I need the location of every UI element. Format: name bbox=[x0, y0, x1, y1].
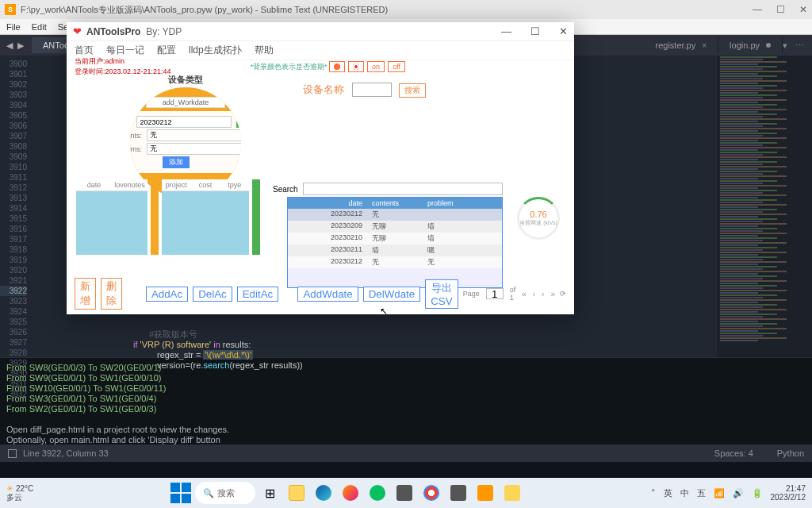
table-row[interactable]: 20230210无聊墙 bbox=[288, 233, 502, 244]
info-bar: 当前用户:admin 登录时间:2023.02.12-21:21:44 *背景颜… bbox=[67, 60, 574, 73]
ime-wu[interactable]: 五 bbox=[697, 487, 706, 499]
app2-icon[interactable] bbox=[446, 480, 471, 506]
menu-lldp[interactable]: lldp生成拓扑 bbox=[189, 44, 242, 57]
app-max-button[interactable]: ☐ bbox=[530, 25, 540, 37]
sun-icon: ☀ bbox=[6, 484, 13, 493]
close-button[interactable]: ✕ bbox=[799, 4, 807, 15]
addac-button[interactable]: AddAc bbox=[146, 287, 188, 302]
app-icon[interactable] bbox=[392, 480, 417, 506]
explorer-icon[interactable] bbox=[284, 480, 309, 506]
next-page-icon[interactable]: › bbox=[542, 290, 544, 298]
problems-input[interactable] bbox=[147, 143, 241, 155]
modified-dot-icon bbox=[766, 43, 771, 48]
more-icon[interactable]: ⋯ bbox=[795, 40, 804, 51]
cursor-position: Line 3922, Column 33 bbox=[23, 448, 109, 458]
minimap[interactable] bbox=[717, 56, 812, 357]
delac-button[interactable]: DelAc bbox=[193, 287, 232, 302]
weather-widget[interactable]: ☀22°C 多云 bbox=[6, 484, 43, 502]
table-row[interactable]: 20230212无 bbox=[288, 209, 502, 221]
nav-fwd-icon[interactable]: ▶ bbox=[17, 40, 24, 51]
menu-config[interactable]: 配置 bbox=[157, 44, 176, 57]
toggle-off[interactable]: off bbox=[388, 61, 405, 72]
clock[interactable]: 21:472023/2/12 bbox=[771, 484, 806, 502]
del-button[interactable]: 删除 bbox=[101, 278, 122, 310]
prev-page-icon[interactable]: ‹ bbox=[533, 290, 535, 298]
menu-home[interactable]: 首页 bbox=[75, 44, 94, 57]
last-page-icon[interactable]: » bbox=[550, 290, 555, 298]
contents-input[interactable] bbox=[147, 129, 241, 141]
statusbar: Line 3922, Column 33 Spaces: 4 Python bbox=[0, 444, 812, 462]
syntax-setting[interactable]: Python bbox=[777, 448, 804, 458]
color-dot-2[interactable] bbox=[348, 61, 364, 72]
refresh-icon[interactable]: ⟳ bbox=[560, 290, 566, 298]
start-button[interactable] bbox=[168, 480, 193, 506]
form-header: add_Workdate bbox=[146, 97, 225, 108]
sublime-icon: S bbox=[5, 4, 16, 15]
scrollbar-1[interactable] bbox=[151, 179, 159, 255]
sublime-title-text: F:\py_work\ANTools专业版源码\ANTools_pro.pyw … bbox=[21, 4, 388, 16]
times-input[interactable] bbox=[136, 116, 232, 128]
max-button[interactable]: ☐ bbox=[776, 4, 785, 15]
panel-toggle-icon[interactable] bbox=[8, 449, 17, 458]
tab-register[interactable]: register.py× bbox=[644, 37, 718, 53]
table-row[interactable]: 20230209无聊墙 bbox=[288, 221, 502, 233]
volume-icon[interactable]: 🔊 bbox=[733, 488, 744, 498]
ime-eng[interactable]: 英 bbox=[664, 487, 672, 499]
menu-daily[interactable]: 每日一记 bbox=[106, 44, 144, 57]
calendar-icon[interactable]: 📅 bbox=[236, 116, 241, 128]
chrome-icon[interactable] bbox=[419, 480, 444, 506]
task-view-icon[interactable]: ⊞ bbox=[257, 480, 282, 506]
editac-button[interactable]: EditAc bbox=[237, 287, 279, 302]
delwdate-button[interactable]: DelWdate bbox=[363, 287, 421, 302]
mini-table-1[interactable] bbox=[76, 191, 147, 255]
addwdate-button[interactable]: AddWdate bbox=[297, 287, 358, 302]
indent-setting[interactable]: Spaces: 4 bbox=[714, 448, 753, 458]
page-input[interactable] bbox=[486, 288, 504, 299]
exportcsv-button[interactable]: 导出CSV bbox=[425, 279, 458, 309]
wifi-icon[interactable]: 📶 bbox=[714, 488, 725, 498]
system-tray[interactable]: ˄ 英 中 五 📶 🔊 🔋 21:472023/2/12 bbox=[651, 484, 806, 502]
search-label: Search bbox=[273, 185, 298, 194]
taskbar-search[interactable]: 🔍 搜索 bbox=[195, 482, 255, 504]
windows-taskbar: ☀22°C 多云 🔍 搜索 ⊞ ˄ 英 中 五 📶 🔊 🔋 21:472023/… bbox=[0, 478, 812, 508]
add-button[interactable]: 新增 bbox=[75, 278, 96, 310]
speed-gauge: 0.76当前网速 (kb/s) bbox=[517, 197, 560, 240]
app-close-button[interactable]: ✕ bbox=[559, 25, 568, 37]
tray-chevron-icon[interactable]: ˄ bbox=[651, 488, 656, 498]
first-page-icon[interactable]: « bbox=[522, 290, 527, 298]
sublime-taskbar-icon[interactable] bbox=[473, 480, 498, 506]
workdate-table[interactable]: datecontentsproblem 20230212无20230209无聊墙… bbox=[287, 197, 503, 288]
menu-file[interactable]: File bbox=[6, 22, 21, 32]
toggle-on[interactable]: on bbox=[367, 61, 385, 72]
tab-login[interactable]: login.py bbox=[718, 37, 783, 53]
menu-help[interactable]: 帮助 bbox=[255, 44, 274, 57]
app-titlebar: ❤ ANToolsPro By: YDP — ☐ ✕ bbox=[67, 22, 574, 41]
devname-search-button[interactable]: 搜索 bbox=[399, 83, 426, 98]
battery-icon[interactable]: 🔋 bbox=[752, 488, 763, 498]
antools-window: ❤ ANToolsPro By: YDP — ☐ ✕ 首页 每日一记 配置 ll… bbox=[67, 22, 574, 314]
table-row[interactable]: 20230211墙嗯 bbox=[288, 244, 502, 256]
app-min-button[interactable]: — bbox=[501, 25, 511, 37]
nav-back-icon[interactable]: ◀ bbox=[6, 40, 13, 51]
edge-icon[interactable] bbox=[311, 480, 336, 506]
close-icon[interactable]: × bbox=[702, 41, 707, 50]
line-gutter: 3900390139023903390439053906390739083909… bbox=[0, 56, 32, 357]
scrollbar-2[interactable] bbox=[252, 179, 260, 255]
table-row[interactable]: 20230212无无 bbox=[288, 256, 502, 268]
search-input[interactable] bbox=[303, 183, 503, 195]
python-icon[interactable] bbox=[500, 480, 525, 506]
ime-zh[interactable]: 中 bbox=[680, 487, 689, 499]
devname-input[interactable] bbox=[352, 83, 392, 97]
heart-icon: ❤ bbox=[73, 25, 82, 37]
split-icon[interactable]: ▾ bbox=[783, 40, 787, 51]
color-dot-1[interactable] bbox=[329, 61, 345, 72]
devtype-label: 设备类型 bbox=[75, 74, 297, 86]
mini-table-2[interactable] bbox=[162, 191, 249, 255]
submit-button[interactable]: 添加 bbox=[163, 156, 190, 168]
sublime-titlebar: S F:\py_work\ANTools专业版源码\ANTools_pro.py… bbox=[0, 0, 812, 19]
devname-label: 设备名称 bbox=[303, 83, 344, 95]
firefox-icon[interactable] bbox=[338, 480, 363, 506]
menu-edit[interactable]: Edit bbox=[32, 22, 47, 32]
min-button[interactable]: — bbox=[753, 4, 762, 15]
wechat-icon[interactable] bbox=[365, 480, 390, 506]
